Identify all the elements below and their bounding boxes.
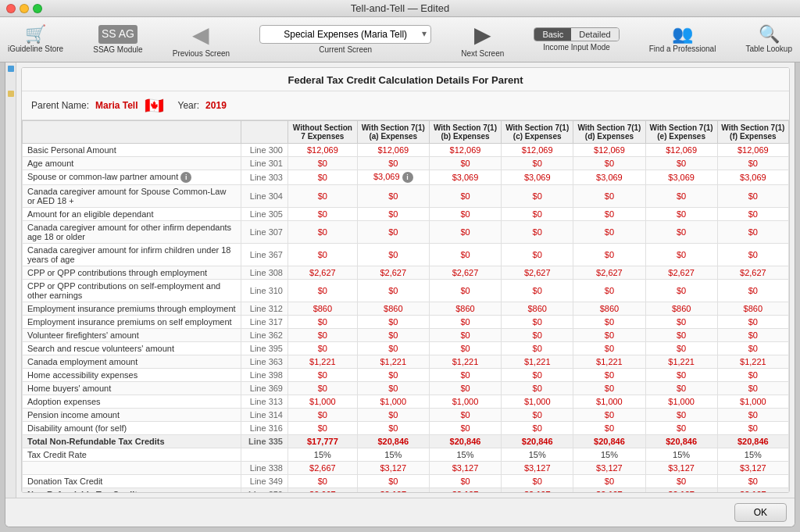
row-value: $0 xyxy=(573,369,645,382)
prev-screen-button[interactable]: ◀ Previous Screen xyxy=(173,22,230,58)
parent-label: Parent Name: xyxy=(31,100,89,111)
row-value: $0 xyxy=(357,382,429,395)
ssag-module-button[interactable]: SS AG SSAG Module xyxy=(93,25,142,54)
row-value: $0 xyxy=(502,208,573,221)
row-line: Line 313 xyxy=(241,395,288,409)
row-value: $0 xyxy=(573,208,645,221)
row-value: $2,627 xyxy=(429,266,501,280)
table-lookup-button[interactable]: 🔍 Table Lookup xyxy=(745,26,792,53)
row-value: $0 xyxy=(429,221,501,244)
parent-name: Maria Tell xyxy=(95,100,138,111)
row-value: $0 xyxy=(717,185,788,208)
table-body: Basic Personal AmountLine 300$12,069$12,… xyxy=(23,144,789,493)
detailed-mode-button[interactable]: Detailed xyxy=(571,28,618,41)
row-value: $0 xyxy=(573,382,645,395)
left-arrow-icon: ◀ xyxy=(192,22,209,48)
people-icon: 👥 xyxy=(672,26,693,43)
row-value: $3,127 xyxy=(717,462,788,475)
toolbar: 🛒 iGuideline Store SS AG SSAG Module ◀ P… xyxy=(0,17,800,62)
row-value: $0 xyxy=(717,280,788,302)
row-value: $0 xyxy=(288,369,358,382)
current-screen-selector[interactable]: Special Expenses (Maria Tell) Current Sc… xyxy=(259,25,431,54)
row-label: Home buyers' amount xyxy=(23,382,241,395)
row-value: $0 xyxy=(357,422,429,435)
basic-mode-button[interactable]: Basic xyxy=(534,28,571,41)
row-value: $3,069 xyxy=(645,170,717,185)
row-value: $0 xyxy=(717,329,788,342)
row-line: Line 312 xyxy=(241,302,288,316)
right-arrow-icon: ▶ xyxy=(474,22,491,48)
row-label: CPP or QPP contributions through employm… xyxy=(23,266,241,280)
row-value: $0 xyxy=(573,316,645,329)
row-value: $20,846 xyxy=(645,435,717,448)
next-screen-button[interactable]: ▶ Next Screen xyxy=(461,22,504,58)
col-header-0: Without Section 7 Expenses xyxy=(288,121,358,144)
table-row: Disability amount (for self)Line 316$0$0… xyxy=(23,422,789,435)
current-screen-dropdown[interactable]: Special Expenses (Maria Tell) xyxy=(259,25,431,44)
row-value: 15% xyxy=(573,448,645,462)
row-value: $0 xyxy=(429,244,501,266)
row-value: $20,846 xyxy=(717,435,788,448)
sidebar-marker-2 xyxy=(8,75,14,81)
row-value: $0 xyxy=(573,422,645,435)
row-value: $0 xyxy=(717,244,788,266)
ssag-module-label: SSAG Module xyxy=(93,45,142,54)
row-value: $0 xyxy=(645,422,717,435)
find-professional-button[interactable]: 👥 Find a Professional xyxy=(649,26,716,53)
table-row: Home accessibility expensesLine 398$0$0$… xyxy=(23,369,789,382)
row-label: Basic Personal Amount xyxy=(23,144,241,157)
close-button[interactable] xyxy=(6,4,16,13)
table-lookup-icon: 🔍 xyxy=(759,26,780,43)
table-row: Adoption expensesLine 313$1,000$1,000$1,… xyxy=(23,395,789,409)
row-line: Line 304 xyxy=(241,185,288,208)
table-row: Total Non-Refundable Tax CreditsLine 335… xyxy=(23,435,789,448)
iguideline-store-button[interactable]: 🛒 iGuideline Store xyxy=(8,26,63,53)
row-value: $0 xyxy=(357,369,429,382)
info-icon-2[interactable]: i xyxy=(402,172,413,183)
row-value: $0 xyxy=(288,342,358,355)
sidebar-strip xyxy=(5,62,16,498)
row-value: $0 xyxy=(502,157,573,170)
col-header-1: With Section 7(1)(a) Expenses xyxy=(357,121,429,144)
row-label: Search and rescue volunteers' amount xyxy=(23,342,241,355)
data-table-wrapper[interactable]: Without Section 7 Expenses With Section … xyxy=(22,120,789,492)
table-row: Canada caregiver amount for other infirm… xyxy=(23,221,789,244)
row-value: $1,221 xyxy=(429,355,501,369)
sidebar-marker-3 xyxy=(8,83,14,89)
table-row: Canada caregiver amount for infirm child… xyxy=(23,244,789,266)
row-value: $12,069 xyxy=(717,144,788,157)
row-value: $0 xyxy=(645,221,717,244)
info-icon-1[interactable]: i xyxy=(180,172,191,183)
data-table: Without Section 7 Expenses With Section … xyxy=(22,120,789,492)
table-row: Canada caregiver amount for Spouse Commo… xyxy=(23,185,789,208)
row-value: $0 xyxy=(645,185,717,208)
row-value: $2,667 xyxy=(288,462,358,475)
row-value: $20,846 xyxy=(502,435,573,448)
main-window: Federal Tax Credit Calculation Details F… xyxy=(5,62,795,527)
row-value: $0 xyxy=(288,208,358,221)
row-line: Line 314 xyxy=(241,409,288,422)
row-line: Line 350 xyxy=(241,488,288,492)
row-value: $0 xyxy=(645,382,717,395)
mode-toggle-group[interactable]: Basic Detailed xyxy=(534,27,619,41)
ok-button[interactable]: OK xyxy=(734,503,787,522)
row-value: $0 xyxy=(645,157,717,170)
row-value: $0 xyxy=(429,185,501,208)
row-value: $3,127 xyxy=(429,462,501,475)
row-value: $0 xyxy=(717,316,788,329)
row-value: $20,846 xyxy=(573,435,645,448)
table-row: Search and rescue volunteers' amountLine… xyxy=(23,342,789,355)
maximize-button[interactable] xyxy=(33,4,42,13)
row-label: Canada caregiver amount for Spouse Commo… xyxy=(23,185,241,208)
row-line: Line 305 xyxy=(241,208,288,221)
row-value: $12,069 xyxy=(573,144,645,157)
row-line: Line 395 xyxy=(241,342,288,355)
row-value: $0 xyxy=(573,157,645,170)
row-value: $0 xyxy=(429,157,501,170)
row-value: $3,127 xyxy=(357,462,429,475)
row-value: $0 xyxy=(717,369,788,382)
minimize-button[interactable] xyxy=(20,4,29,13)
table-container: Federal Tax Credit Calculation Details F… xyxy=(16,62,795,498)
window-controls[interactable] xyxy=(6,4,42,13)
row-value: $0 xyxy=(357,316,429,329)
